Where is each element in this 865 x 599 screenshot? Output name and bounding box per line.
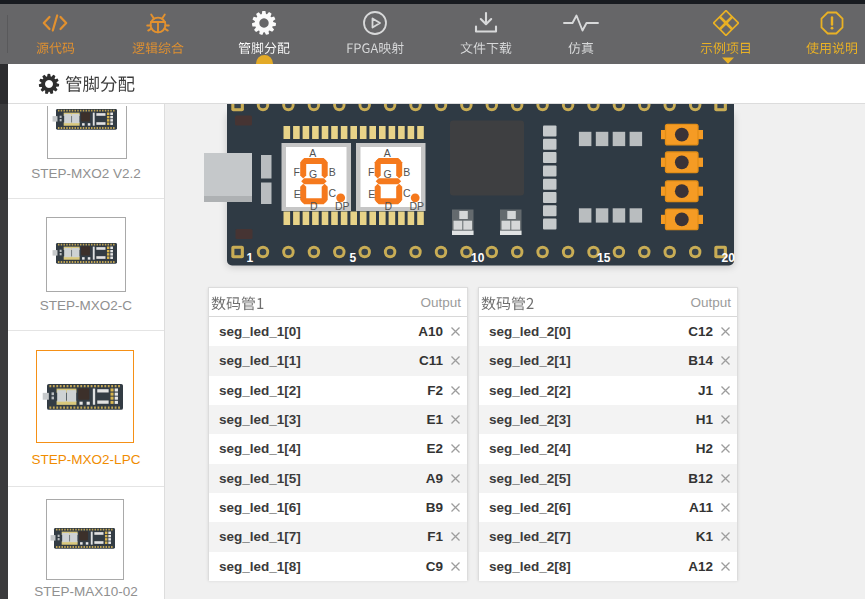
svg-text:15: 15: [597, 251, 611, 265]
svg-text:10: 10: [471, 251, 485, 265]
svg-text:F: F: [293, 166, 299, 178]
svg-text:D: D: [310, 200, 318, 212]
svg-text:A: A: [309, 147, 316, 159]
svg-text:B: B: [403, 166, 410, 178]
svg-text:B: B: [329, 166, 336, 178]
svg-text:E: E: [368, 188, 375, 200]
svg-text:1: 1: [247, 251, 254, 265]
svg-text:5: 5: [350, 251, 357, 265]
svg-text:C: C: [328, 187, 336, 199]
svg-text:A: A: [384, 147, 391, 159]
svg-text:G: G: [309, 168, 317, 180]
svg-text:20: 20: [722, 251, 736, 265]
svg-text:D: D: [384, 200, 392, 212]
svg-text:F: F: [368, 166, 374, 178]
svg-text:G: G: [384, 168, 392, 180]
svg-text:E: E: [294, 188, 301, 200]
svg-text:C: C: [403, 187, 411, 199]
